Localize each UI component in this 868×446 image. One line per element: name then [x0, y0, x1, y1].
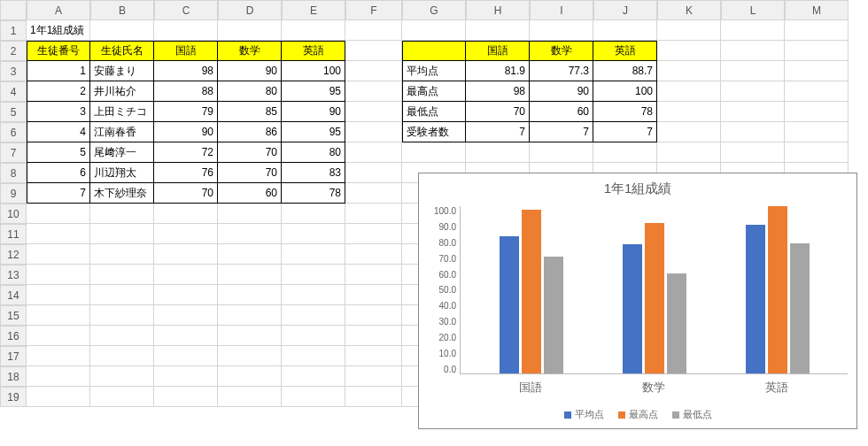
cell-K2[interactable] — [657, 41, 721, 61]
cell-B11[interactable] — [90, 224, 154, 244]
cell-A10[interactable] — [27, 204, 90, 224]
cell-D19[interactable] — [218, 387, 282, 407]
cell-B14[interactable] — [90, 285, 154, 305]
cell-A16[interactable] — [27, 326, 90, 346]
cell-F18[interactable] — [345, 366, 402, 387]
row-header-17[interactable]: 17 — [0, 346, 27, 366]
row-header-10[interactable]: 10 — [0, 204, 27, 224]
cell-F5[interactable] — [345, 102, 402, 122]
cell-A11[interactable] — [27, 224, 90, 244]
cell-J2[interactable]: 英語 — [593, 41, 657, 61]
cell-E8[interactable]: 83 — [282, 163, 345, 183]
cell-E3[interactable]: 100 — [282, 61, 345, 81]
cell-C16[interactable] — [154, 326, 218, 346]
cell-F7[interactable] — [345, 142, 402, 163]
row-header-7[interactable]: 7 — [0, 142, 27, 163]
cell-B12[interactable] — [90, 244, 154, 265]
cell-J7[interactable] — [593, 142, 657, 163]
row-header-3[interactable]: 3 — [0, 61, 27, 81]
cell-A7[interactable]: 5 — [27, 142, 90, 163]
cell-C19[interactable] — [154, 387, 218, 407]
cell-D3[interactable]: 90 — [218, 61, 282, 81]
cell-H5[interactable]: 70 — [466, 102, 530, 122]
cell-K3[interactable] — [657, 61, 721, 81]
cell-F4[interactable] — [345, 81, 402, 102]
cell-B4[interactable]: 井川祐介 — [90, 81, 154, 102]
cell-M7[interactable] — [785, 142, 849, 163]
cell-F3[interactable] — [345, 61, 402, 81]
cell-A17[interactable] — [27, 346, 90, 366]
cell-C4[interactable]: 88 — [154, 81, 218, 102]
cell-D13[interactable] — [218, 265, 282, 285]
cell-A14[interactable] — [27, 285, 90, 305]
row-header-15[interactable]: 15 — [0, 305, 27, 326]
cell-B7[interactable]: 尾﨑淳一 — [90, 142, 154, 163]
row-header-14[interactable]: 14 — [0, 285, 27, 305]
cell-L5[interactable] — [721, 102, 785, 122]
cell-L3[interactable] — [721, 61, 785, 81]
cell-M3[interactable] — [785, 61, 849, 81]
cell-E17[interactable] — [282, 346, 345, 366]
cell-D9[interactable]: 60 — [218, 183, 282, 204]
column-header-C[interactable]: C — [154, 0, 218, 20]
cell-F19[interactable] — [345, 387, 402, 407]
cell-D14[interactable] — [218, 285, 282, 305]
cell-H2[interactable]: 国語 — [466, 41, 530, 61]
cell-H7[interactable] — [466, 142, 530, 163]
cell-B18[interactable] — [90, 366, 154, 387]
cell-A5[interactable]: 3 — [27, 102, 90, 122]
cell-B1[interactable] — [90, 20, 154, 41]
cell-F6[interactable] — [345, 122, 402, 142]
column-header-K[interactable]: K — [657, 0, 721, 20]
cell-I4[interactable]: 90 — [530, 81, 593, 102]
cell-C2[interactable]: 国語 — [154, 41, 218, 61]
column-header-L[interactable]: L — [721, 0, 785, 20]
cell-D7[interactable]: 70 — [218, 142, 282, 163]
cell-B8[interactable]: 川辺翔太 — [90, 163, 154, 183]
cell-F10[interactable] — [345, 204, 402, 224]
cell-C12[interactable] — [154, 244, 218, 265]
cell-M1[interactable] — [785, 20, 849, 41]
cell-D4[interactable]: 80 — [218, 81, 282, 102]
cell-D16[interactable] — [218, 326, 282, 346]
cell-A15[interactable] — [27, 305, 90, 326]
cell-G1[interactable] — [402, 20, 466, 41]
cell-I6[interactable]: 7 — [530, 122, 593, 142]
cell-B15[interactable] — [90, 305, 154, 326]
cell-L7[interactable] — [721, 142, 785, 163]
cell-G5[interactable]: 最低点 — [402, 102, 466, 122]
column-header-F[interactable]: F — [345, 0, 402, 20]
row-header-5[interactable]: 5 — [0, 102, 27, 122]
row-header-16[interactable]: 16 — [0, 326, 27, 346]
cell-C17[interactable] — [154, 346, 218, 366]
cell-C15[interactable] — [154, 305, 218, 326]
cell-G2[interactable] — [402, 41, 466, 61]
cell-L4[interactable] — [721, 81, 785, 102]
cell-C18[interactable] — [154, 366, 218, 387]
cell-A6[interactable]: 4 — [27, 122, 90, 142]
cell-A12[interactable] — [27, 244, 90, 265]
cell-B10[interactable] — [90, 204, 154, 224]
cell-D11[interactable] — [218, 224, 282, 244]
row-header-11[interactable]: 11 — [0, 224, 27, 244]
cell-E1[interactable] — [282, 20, 345, 41]
cell-G6[interactable]: 受験者数 — [402, 122, 466, 142]
cell-F14[interactable] — [345, 285, 402, 305]
row-header-9[interactable]: 9 — [0, 183, 27, 204]
cell-D18[interactable] — [218, 366, 282, 387]
cell-G4[interactable]: 最高点 — [402, 81, 466, 102]
cell-D2[interactable]: 数学 — [218, 41, 282, 61]
cell-D15[interactable] — [218, 305, 282, 326]
cell-H4[interactable]: 98 — [466, 81, 530, 102]
cell-E13[interactable] — [282, 265, 345, 285]
column-header-A[interactable]: A — [27, 0, 90, 20]
column-header-B[interactable]: B — [90, 0, 154, 20]
cell-C10[interactable] — [154, 204, 218, 224]
cell-D10[interactable] — [218, 204, 282, 224]
cell-K1[interactable] — [657, 20, 721, 41]
cell-C8[interactable]: 76 — [154, 163, 218, 183]
cell-F2[interactable] — [345, 41, 402, 61]
cell-E6[interactable]: 95 — [282, 122, 345, 142]
cell-E4[interactable]: 95 — [282, 81, 345, 102]
cell-B3[interactable]: 安藤まり — [90, 61, 154, 81]
